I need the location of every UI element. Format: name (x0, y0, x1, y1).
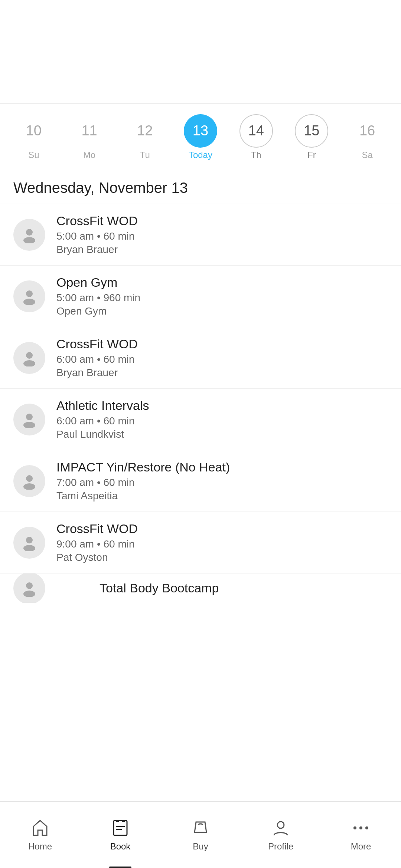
day-label: Mo (83, 150, 95, 160)
partial-class-avatar (13, 573, 45, 603)
day-number: 12 (137, 123, 153, 139)
nav-buy[interactable]: Buy (160, 802, 241, 868)
day-label: Today (189, 150, 212, 160)
class-instructor-0: Bryan Brauer (56, 244, 138, 256)
day-number: 11 (81, 123, 97, 139)
nav-book-label: Book (110, 841, 131, 852)
day-number: 14 (248, 123, 264, 139)
svg-point-9 (23, 483, 35, 490)
day-label: Sa (362, 150, 372, 160)
partial-class-name: Total Body Bootcamp (100, 581, 219, 595)
class-info-3: Athletic Intervals 6:00 am • 60 min Paul… (56, 398, 149, 440)
class-info-4: IMPACT Yin/Restore (No Heat) 7:00 am • 6… (56, 460, 230, 502)
partial-class-item[interactable]: Total Body Bootcamp (0, 573, 401, 603)
svg-point-10 (26, 537, 33, 543)
class-name-2: CrossFit WOD (56, 337, 138, 351)
nav-home[interactable]: Home (0, 802, 80, 868)
class-info-1: Open Gym 5:00 am • 960 min Open Gym (56, 275, 140, 317)
calendar-day-15[interactable]: 15Fr (291, 114, 332, 160)
class-avatar-4 (13, 465, 45, 497)
class-avatar-2 (13, 342, 45, 374)
class-item[interactable]: IMPACT Yin/Restore (No Heat) 7:00 am • 6… (0, 450, 401, 512)
class-info-0: CrossFit WOD 5:00 am • 60 min Bryan Brau… (56, 214, 138, 256)
class-name-4: IMPACT Yin/Restore (No Heat) (56, 460, 230, 474)
class-time-4: 7:00 am • 60 min (56, 477, 230, 489)
day-number: 16 (359, 123, 375, 139)
svg-point-0 (26, 229, 33, 236)
svg-point-6 (26, 414, 33, 420)
nav-profile[interactable]: Profile (241, 802, 321, 868)
class-time-3: 6:00 am • 60 min (56, 415, 149, 427)
class-item[interactable]: CrossFit WOD 6:00 am • 60 min Bryan Brau… (0, 327, 401, 388)
class-instructor-3: Paul Lundkvist (56, 428, 149, 440)
nav-buy-label: Buy (193, 841, 208, 852)
svg-point-5 (23, 360, 35, 366)
svg-rect-14 (114, 821, 127, 835)
class-name-1: Open Gym (56, 275, 140, 290)
class-avatar-3 (13, 404, 45, 435)
class-item[interactable]: Open Gym 5:00 am • 960 min Open Gym (0, 265, 401, 327)
svg-point-7 (23, 422, 35, 428)
header-spacer (0, 0, 401, 104)
class-name-3: Athletic Intervals (56, 398, 149, 413)
nav-book[interactable]: Book (80, 802, 160, 868)
class-instructor-4: Tami Aspeitia (56, 490, 230, 502)
nav-profile-label: Profile (268, 841, 293, 852)
class-instructor-2: Bryan Brauer (56, 367, 138, 379)
day-label: Tu (140, 150, 150, 160)
day-label: Su (28, 150, 39, 160)
class-avatar-5 (13, 527, 45, 559)
svg-point-8 (26, 475, 33, 482)
class-time-1: 5:00 am • 960 min (56, 292, 140, 304)
class-avatar-0 (13, 219, 45, 251)
calendar-strip: 10Su11Mo12Tu13Today14Th15Fr16Sa (0, 104, 401, 168)
date-heading: Wednesday, November 13 (0, 168, 401, 204)
svg-point-22 (365, 826, 368, 829)
day-number: 13 (193, 123, 208, 139)
day-number: 10 (26, 123, 42, 139)
svg-point-12 (26, 582, 33, 589)
nav-more[interactable]: More (321, 802, 401, 868)
calendar-day-16[interactable]: 16Sa (347, 114, 388, 160)
nav-more-label: More (351, 841, 371, 852)
svg-point-11 (23, 545, 35, 551)
class-list: CrossFit WOD 5:00 am • 60 min Bryan Brau… (0, 204, 401, 573)
svg-point-19 (277, 822, 284, 828)
svg-point-1 (23, 237, 35, 243)
svg-point-4 (26, 352, 33, 359)
calendar-day-12[interactable]: 12Tu (124, 114, 165, 160)
class-name-5: CrossFit WOD (56, 522, 138, 536)
bottom-nav: Home Book Buy Profile More (0, 801, 401, 868)
class-name-0: CrossFit WOD (56, 214, 138, 228)
svg-rect-16 (122, 820, 125, 822)
svg-point-2 (26, 290, 33, 297)
class-instructor-5: Pat Oyston (56, 552, 138, 563)
class-time-0: 5:00 am • 60 min (56, 230, 138, 242)
class-item[interactable]: Athletic Intervals 6:00 am • 60 min Paul… (0, 388, 401, 450)
calendar-day-13[interactable]: 13Today (180, 114, 221, 160)
nav-home-label: Home (28, 841, 52, 852)
class-time-5: 9:00 am • 60 min (56, 538, 138, 550)
class-item[interactable]: CrossFit WOD 5:00 am • 60 min Bryan Brau… (0, 204, 401, 265)
calendar-day-11[interactable]: 11Mo (69, 114, 110, 160)
svg-point-21 (359, 826, 362, 829)
day-number: 15 (304, 123, 319, 139)
class-item[interactable]: CrossFit WOD 9:00 am • 60 min Pat Oyston (0, 512, 401, 573)
class-instructor-1: Open Gym (56, 305, 140, 317)
class-time-2: 6:00 am • 60 min (56, 354, 138, 365)
day-label: Th (251, 150, 261, 160)
class-avatar-1 (13, 280, 45, 312)
day-label: Fr (307, 150, 316, 160)
calendar-day-14[interactable]: 14Th (236, 114, 277, 160)
svg-point-20 (353, 826, 356, 829)
class-info-5: CrossFit WOD 9:00 am • 60 min Pat Oyston (56, 522, 138, 563)
svg-point-13 (23, 591, 35, 597)
svg-rect-15 (116, 820, 119, 822)
class-info-2: CrossFit WOD 6:00 am • 60 min Bryan Brau… (56, 337, 138, 379)
calendar-day-10[interactable]: 10Su (13, 114, 54, 160)
svg-point-3 (23, 299, 35, 305)
